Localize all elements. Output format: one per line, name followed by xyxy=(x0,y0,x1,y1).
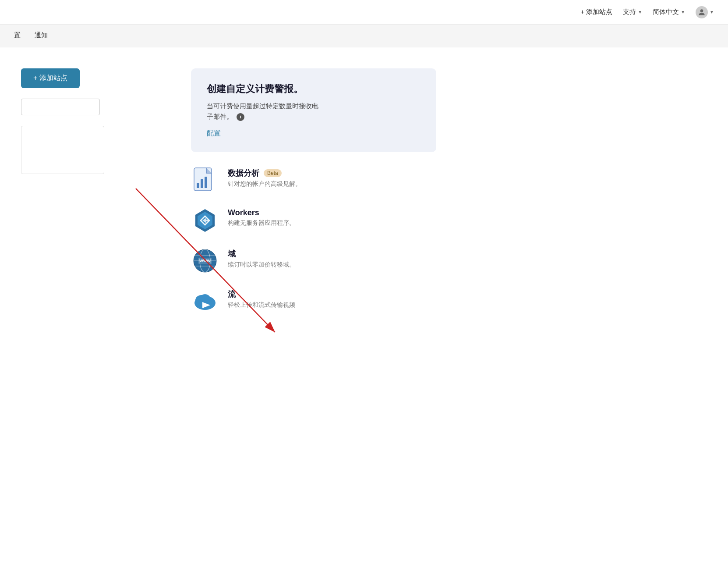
analytics-title-row: 数据分析 Beta xyxy=(228,168,301,178)
main-content: + 添加站点 创建自定义计费警报。 当可计费使用量超过特定数量时接收电 子邮件。… xyxy=(0,47,728,569)
analytics-title: 数据分析 xyxy=(228,168,259,178)
add-site-button[interactable]: + 添加站点 xyxy=(21,68,80,88)
feature-item-workers[interactable]: Workers 构建无服务器应用程序。 xyxy=(191,206,707,235)
workers-icon-wrap xyxy=(191,206,219,235)
svg-point-0 xyxy=(700,9,703,12)
billing-desc-line1: 当可计费使用量超过特定数量时接收电 xyxy=(207,102,318,110)
nav-lang-button[interactable]: 简体中文 ▼ xyxy=(653,8,685,16)
features-list: 数据分析 Beta 针对您的帐户的高级见解。 xyxy=(191,166,707,315)
svg-point-20 xyxy=(200,294,210,303)
search-input[interactable] xyxy=(21,99,100,115)
add-site-label: + 添加站点 xyxy=(33,74,67,83)
feature-item-analytics[interactable]: 数据分析 Beta 针对您的帐户的高级见解。 xyxy=(191,166,707,194)
analytics-icon-wrap xyxy=(191,166,219,194)
domain-desc: 续订时以零加价转移域。 xyxy=(228,261,295,269)
sub-navbar: 置 通知 xyxy=(0,25,728,47)
stream-desc: 轻松上传和流式传输视频 xyxy=(228,301,295,309)
svg-rect-4 xyxy=(205,177,207,188)
analytics-desc: 针对您的帐户的高级见解。 xyxy=(228,180,301,188)
right-panel: 创建自定义计费警报。 当可计费使用量超过特定数量时接收电 子邮件。 i 配置 xyxy=(191,68,728,548)
user-dropdown-arrow: ▼ xyxy=(710,10,714,14)
stream-title: 流 xyxy=(228,289,236,299)
support-dropdown-arrow: ▼ xyxy=(638,10,642,14)
nav-support-button[interactable]: 支持 ▼ xyxy=(623,8,642,16)
workers-text: Workers 构建无服务器应用程序。 xyxy=(228,206,295,227)
billing-card-desc: 当可计费使用量超过特定数量时接收电 子邮件。 i xyxy=(207,101,421,122)
nav-lang-label: 简体中文 xyxy=(653,8,679,16)
nav-user-button[interactable]: ▼ xyxy=(696,6,714,18)
top-navbar: + 添加站点 支持 ▼ 简体中文 ▼ ▼ xyxy=(0,0,728,25)
stream-text: 流 轻松上传和流式传输视频 xyxy=(228,287,295,309)
user-avatar-icon xyxy=(696,6,708,18)
billing-card-title: 创建自定义计费警报。 xyxy=(207,82,421,96)
domain-title: 域 xyxy=(228,249,236,259)
info-icon[interactable]: i xyxy=(237,113,244,121)
lang-dropdown-arrow: ▼ xyxy=(681,10,685,14)
nav-add-site-button[interactable]: + 添加站点 xyxy=(580,8,612,16)
analytics-text: 数据分析 Beta 针对您的帐户的高级见解。 xyxy=(228,166,301,188)
subnav-item-notifications[interactable]: 通知 xyxy=(35,31,48,40)
svg-rect-2 xyxy=(197,183,199,188)
billing-alert-card: 创建自定义计费警报。 当可计费使用量超过特定数量时接收电 子邮件。 i 配置 xyxy=(191,68,436,152)
feature-item-stream[interactable]: 流 轻松上传和流式传输视频 xyxy=(191,287,707,315)
domain-title-row: 域 xyxy=(228,249,295,259)
svg-text:WWW: WWW xyxy=(199,259,211,263)
workers-icon xyxy=(192,207,218,234)
analytics-icon xyxy=(193,167,217,193)
feature-item-domain[interactable]: WWW 域 续订时以零加价转移域。 xyxy=(191,247,707,275)
workers-title-row: Workers xyxy=(228,208,295,217)
workers-desc: 构建无服务器应用程序。 xyxy=(228,219,295,227)
billing-config-link[interactable]: 配置 xyxy=(207,129,221,137)
subnav-item-settings[interactable]: 置 xyxy=(14,31,21,40)
domain-icon: WWW xyxy=(192,248,218,274)
workers-title: Workers xyxy=(228,208,259,217)
nav-add-site-label: + 添加站点 xyxy=(580,8,612,16)
sites-list-box xyxy=(21,126,104,174)
domain-text: 域 续订时以零加价转移域。 xyxy=(228,247,295,269)
svg-rect-3 xyxy=(201,179,203,188)
nav-support-label: 支持 xyxy=(623,8,636,16)
analytics-beta-badge: Beta xyxy=(264,169,282,177)
stream-icon-wrap xyxy=(191,287,219,315)
stream-title-row: 流 xyxy=(228,289,295,299)
domain-icon-wrap: WWW xyxy=(191,247,219,275)
billing-desc-line2: 子邮件。 xyxy=(207,113,233,120)
left-panel: + 添加站点 xyxy=(21,68,170,548)
stream-icon xyxy=(192,288,218,314)
